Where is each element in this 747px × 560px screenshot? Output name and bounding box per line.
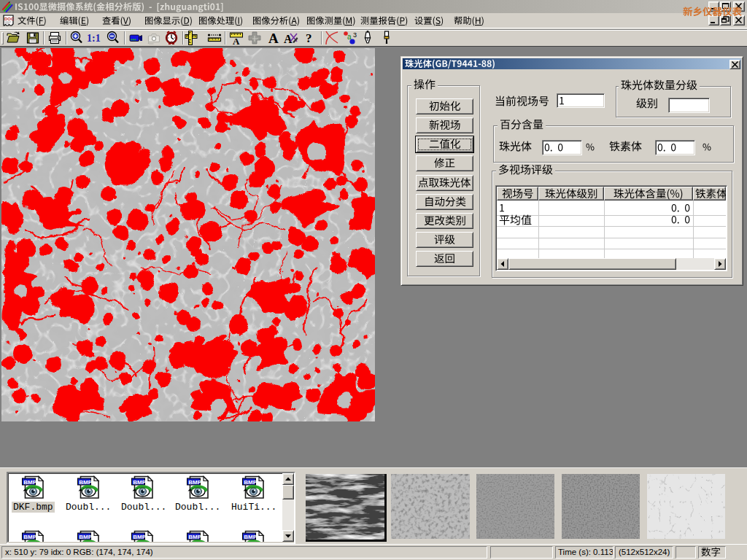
svg-text:DOC: DOC <box>4 17 15 21</box>
svg-text:?: ? <box>306 31 312 45</box>
svg-text:BMP: BMP <box>188 479 201 486</box>
svg-text:BMP: BMP <box>188 534 201 540</box>
svg-text:BMP: BMP <box>244 479 257 486</box>
svg-text:BMP: BMP <box>23 479 36 486</box>
svg-text:1:1: 1:1 <box>87 33 101 44</box>
svg-text:BMP: BMP <box>79 479 92 486</box>
svg-text:BMP: BMP <box>133 479 146 486</box>
svg-text:BMP: BMP <box>244 534 257 540</box>
svg-text:A: A <box>233 36 240 46</box>
svg-text:BMP: BMP <box>23 534 36 540</box>
svg-text:3: 3 <box>353 31 357 39</box>
svg-text:A: A <box>268 31 279 46</box>
svg-text:BMP: BMP <box>133 534 146 540</box>
svg-text:BMP: BMP <box>79 534 92 540</box>
